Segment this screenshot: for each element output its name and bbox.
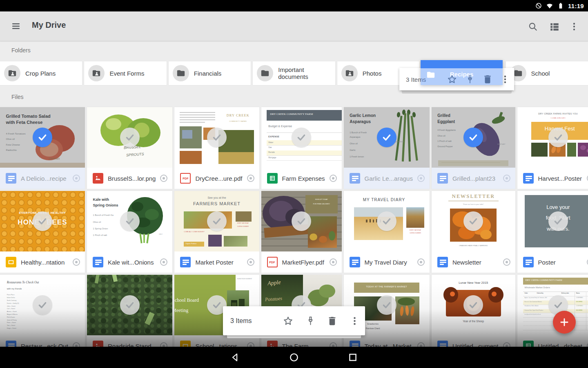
details-icon[interactable]	[160, 258, 167, 266]
check-icon[interactable]	[207, 128, 227, 147]
thumb-text: DELIVERED	[576, 301, 583, 303]
check-icon[interactable]	[548, 211, 568, 231]
check-icon[interactable]	[548, 128, 568, 147]
thumb-text: DURING SUMMER	[410, 233, 421, 234]
details-icon[interactable]	[73, 258, 80, 266]
file-card[interactable]: Love yourfood. Startwith ours.Poster	[517, 191, 588, 273]
folder-card-school[interactable]: School	[506, 61, 588, 85]
thumb-text: • COME JOIN OUR •	[550, 117, 566, 119]
thumb-text: Dinosaur Kale, Super Fresh Produce	[525, 310, 543, 311]
thumb-text: Status	[576, 293, 580, 294]
details-icon[interactable]	[330, 175, 337, 182]
file-card[interactable]: DRY CREEK COMMUNITY FARMBudget & Expense…	[261, 107, 342, 189]
star-icon[interactable]	[283, 315, 294, 326]
details-icon[interactable]	[417, 258, 425, 266]
folder-card-financials[interactable]: Financials	[169, 61, 251, 85]
dragged-folder-recipes[interactable]: Recipes	[421, 60, 503, 85]
pin-icon[interactable]	[305, 315, 316, 326]
file-card[interactable]: Garlic LemonAsparagus1 Bunch of FreshAsp…	[344, 107, 430, 189]
file-card[interactable]: Restaurants To Check Outwith my friendsP…	[0, 275, 85, 347]
list-view-icon[interactable]	[549, 21, 560, 32]
check-icon[interactable]	[463, 211, 483, 231]
file-card[interactable]: BRUSSELSPROUTSBrusselS...lor.png	[87, 107, 173, 189]
menu-icon[interactable]	[11, 21, 21, 31]
thumb-text: EVERY SATURDAY	[237, 223, 249, 224]
selected-check-icon[interactable]	[463, 128, 483, 147]
file-card[interactable]: Kale withSpring Onions1 Bunch of Fresh K…	[87, 191, 173, 273]
create-fab[interactable]	[553, 311, 576, 334]
check-icon[interactable]	[120, 211, 140, 231]
search-icon[interactable]	[528, 21, 538, 32]
details-icon[interactable]	[503, 175, 510, 182]
recents-icon[interactable]	[347, 352, 359, 363]
folder-card-crop-plans[interactable]: Crop Plans	[0, 61, 82, 85]
file-card[interactable]: DRY CREEK FARMS INVITES YOU• COME JOIN O…	[517, 107, 588, 189]
file-name: Kale wit...Onions	[108, 259, 156, 266]
details-icon[interactable]	[73, 175, 80, 182]
file-footer: BrusselS...lor.png	[87, 168, 173, 189]
more-vert-icon[interactable]	[569, 21, 579, 32]
file-card[interactable]: Lunar New Year 2015Year of the SheepUnti…	[432, 275, 515, 347]
thumb-text: Jason & Penny	[7, 319, 17, 321]
check-icon[interactable]	[33, 211, 52, 231]
thumb-text: Carl + Guest	[7, 308, 15, 310]
details-icon[interactable]	[160, 175, 167, 182]
details-icon[interactable]	[330, 258, 337, 266]
file-card[interactable]: SIGN-UP TODAYFOR FREE DELIVERYPDFMarketF…	[261, 191, 342, 273]
check-icon[interactable]	[292, 211, 311, 231]
files-section-label: Files	[11, 94, 24, 100]
file-name: Market Poster	[195, 259, 242, 266]
folder-icon	[257, 65, 273, 81]
file-card[interactable]: Grilled Tomato Saladwith Feta Cheese4 Fr…	[0, 107, 85, 189]
file-card[interactable]: Roadside Stand	[87, 275, 173, 347]
details-icon[interactable]	[417, 175, 425, 182]
file-card[interactable]: NEWSLETTER“From our farm to your table”O…	[432, 191, 515, 273]
file-card[interactable]: See you at theFARMERS MARKETEVERY SATURD…	[174, 191, 259, 273]
check-icon[interactable]	[33, 295, 52, 315]
thumb-text: box,Apaedf,knfk,dfjvdk,fds,Easd	[525, 314, 541, 315]
check-icon[interactable]	[292, 128, 311, 147]
file-card[interactable]: GrilledEggplant4 Fresh EggplantsOlive oi…	[432, 107, 515, 189]
thumb-text: “From our farm to your table”	[463, 204, 484, 206]
check-icon[interactable]	[207, 211, 227, 231]
folder-card-event-forms[interactable]: Event Forms	[84, 61, 166, 85]
selected-check-icon[interactable]	[33, 128, 52, 147]
check-icon[interactable]	[377, 295, 396, 315]
file-card[interactable]: MY TRAVEL DIARYEVERY SATURDAYDURING SUMM…	[344, 191, 430, 273]
check-icon[interactable]	[120, 128, 140, 147]
details-icon[interactable]	[503, 342, 510, 347]
details-icon[interactable]	[417, 342, 425, 347]
thumb-text: DRY CREEK COMMUNITY FARM	[270, 112, 313, 116]
thumb-text: Megan & Marcia	[7, 314, 18, 315]
file-card[interactable]: DRY CREEK COMMUNITY FARMWholesale Market…	[517, 275, 588, 347]
details-icon[interactable]	[160, 342, 167, 347]
file-thumbnail: DRY CREEK COMMUNITY FARMBudget & Expense…	[261, 107, 342, 168]
check-icon[interactable]	[463, 295, 483, 315]
details-icon[interactable]	[73, 342, 80, 347]
details-icon[interactable]	[247, 342, 254, 347]
check-icon[interactable]	[120, 295, 140, 315]
selected-check-icon[interactable]	[377, 128, 396, 147]
home-icon[interactable]	[288, 352, 300, 363]
sheets-icon	[523, 341, 534, 347]
file-footer: Untitled...cument	[432, 335, 515, 347]
thumb-shape	[567, 143, 576, 157]
trash-icon[interactable]	[327, 315, 338, 326]
file-name: Grilled...plant23	[452, 175, 499, 182]
folder-card-important-documents[interactable]: Important documents	[253, 61, 335, 85]
details-icon[interactable]	[330, 342, 337, 347]
thumb-text: EXPENSE	[268, 136, 279, 138]
file-thumbnail: Grilled Tomato Saladwith Feta Cheese4 Fr…	[0, 107, 85, 168]
back-icon[interactable]	[229, 352, 241, 363]
file-name: Roadside Stand	[108, 343, 156, 347]
file-card[interactable]: DRY CREEKCOMMUNITY FARMSPDFDryCree...ure…	[174, 107, 259, 189]
file-card[interactable]: EVERYONE NEEDS HEALTHYHONEY BEESHealthy.…	[0, 191, 85, 273]
more-vert-icon[interactable]	[349, 315, 360, 326]
details-icon[interactable]	[247, 258, 254, 266]
thumb-text: Ariana + Guest	[7, 311, 17, 312]
thumb-text: DRY CREEK COMMUNITY FARM	[526, 279, 562, 282]
check-icon[interactable]	[377, 211, 396, 231]
details-icon[interactable]	[503, 258, 510, 266]
thumb-shape	[373, 220, 374, 222]
details-icon[interactable]	[247, 175, 254, 182]
